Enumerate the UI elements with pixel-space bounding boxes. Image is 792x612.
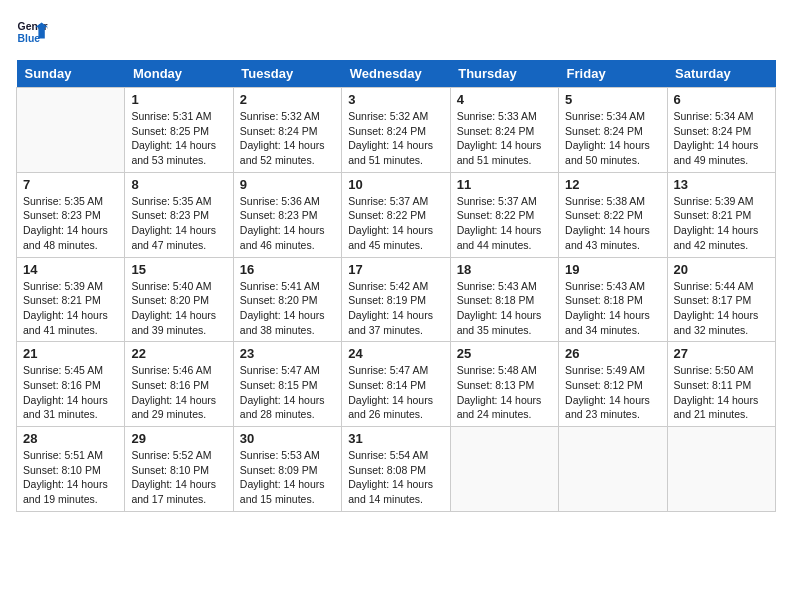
day-number: 25 [457,346,552,361]
calendar-cell: 29Sunrise: 5:52 AMSunset: 8:10 PMDayligh… [125,427,233,512]
day-info: Sunrise: 5:47 AMSunset: 8:15 PMDaylight:… [240,363,335,422]
calendar-cell: 22Sunrise: 5:46 AMSunset: 8:16 PMDayligh… [125,342,233,427]
day-info: Sunrise: 5:41 AMSunset: 8:20 PMDaylight:… [240,279,335,338]
day-number: 16 [240,262,335,277]
day-info: Sunrise: 5:35 AMSunset: 8:23 PMDaylight:… [23,194,118,253]
day-number: 20 [674,262,769,277]
day-number: 11 [457,177,552,192]
day-number: 3 [348,92,443,107]
weekday-header-friday: Friday [559,60,667,88]
calendar-cell: 20Sunrise: 5:44 AMSunset: 8:17 PMDayligh… [667,257,775,342]
calendar-cell: 11Sunrise: 5:37 AMSunset: 8:22 PMDayligh… [450,172,558,257]
weekday-header-saturday: Saturday [667,60,775,88]
calendar-cell: 2Sunrise: 5:32 AMSunset: 8:24 PMDaylight… [233,88,341,173]
weekday-header-sunday: Sunday [17,60,125,88]
day-number: 4 [457,92,552,107]
day-info: Sunrise: 5:33 AMSunset: 8:24 PMDaylight:… [457,109,552,168]
calendar-cell: 1Sunrise: 5:31 AMSunset: 8:25 PMDaylight… [125,88,233,173]
day-info: Sunrise: 5:32 AMSunset: 8:24 PMDaylight:… [240,109,335,168]
weekday-header-wednesday: Wednesday [342,60,450,88]
calendar-cell: 9Sunrise: 5:36 AMSunset: 8:23 PMDaylight… [233,172,341,257]
day-number: 24 [348,346,443,361]
calendar-cell: 24Sunrise: 5:47 AMSunset: 8:14 PMDayligh… [342,342,450,427]
day-number: 22 [131,346,226,361]
day-info: Sunrise: 5:51 AMSunset: 8:10 PMDaylight:… [23,448,118,507]
calendar-cell: 31Sunrise: 5:54 AMSunset: 8:08 PMDayligh… [342,427,450,512]
calendar-cell: 3Sunrise: 5:32 AMSunset: 8:24 PMDaylight… [342,88,450,173]
calendar-cell: 4Sunrise: 5:33 AMSunset: 8:24 PMDaylight… [450,88,558,173]
calendar-cell: 23Sunrise: 5:47 AMSunset: 8:15 PMDayligh… [233,342,341,427]
calendar-cell: 15Sunrise: 5:40 AMSunset: 8:20 PMDayligh… [125,257,233,342]
day-info: Sunrise: 5:46 AMSunset: 8:16 PMDaylight:… [131,363,226,422]
day-info: Sunrise: 5:37 AMSunset: 8:22 PMDaylight:… [457,194,552,253]
day-info: Sunrise: 5:47 AMSunset: 8:14 PMDaylight:… [348,363,443,422]
calendar-cell: 8Sunrise: 5:35 AMSunset: 8:23 PMDaylight… [125,172,233,257]
calendar-cell: 17Sunrise: 5:42 AMSunset: 8:19 PMDayligh… [342,257,450,342]
calendar-cell: 18Sunrise: 5:43 AMSunset: 8:18 PMDayligh… [450,257,558,342]
day-number: 10 [348,177,443,192]
day-info: Sunrise: 5:39 AMSunset: 8:21 PMDaylight:… [23,279,118,338]
day-info: Sunrise: 5:54 AMSunset: 8:08 PMDaylight:… [348,448,443,507]
day-info: Sunrise: 5:34 AMSunset: 8:24 PMDaylight:… [565,109,660,168]
day-number: 29 [131,431,226,446]
day-number: 9 [240,177,335,192]
day-info: Sunrise: 5:44 AMSunset: 8:17 PMDaylight:… [674,279,769,338]
day-number: 6 [674,92,769,107]
weekday-header-tuesday: Tuesday [233,60,341,88]
day-number: 17 [348,262,443,277]
day-info: Sunrise: 5:48 AMSunset: 8:13 PMDaylight:… [457,363,552,422]
day-number: 14 [23,262,118,277]
day-number: 5 [565,92,660,107]
day-number: 23 [240,346,335,361]
weekday-header-row: SundayMondayTuesdayWednesdayThursdayFrid… [17,60,776,88]
calendar-week-5: 28Sunrise: 5:51 AMSunset: 8:10 PMDayligh… [17,427,776,512]
day-number: 2 [240,92,335,107]
calendar-cell: 26Sunrise: 5:49 AMSunset: 8:12 PMDayligh… [559,342,667,427]
day-number: 18 [457,262,552,277]
day-number: 21 [23,346,118,361]
day-info: Sunrise: 5:53 AMSunset: 8:09 PMDaylight:… [240,448,335,507]
day-info: Sunrise: 5:43 AMSunset: 8:18 PMDaylight:… [565,279,660,338]
calendar-cell: 14Sunrise: 5:39 AMSunset: 8:21 PMDayligh… [17,257,125,342]
calendar-cell: 27Sunrise: 5:50 AMSunset: 8:11 PMDayligh… [667,342,775,427]
calendar-cell: 16Sunrise: 5:41 AMSunset: 8:20 PMDayligh… [233,257,341,342]
day-number: 31 [348,431,443,446]
day-info: Sunrise: 5:38 AMSunset: 8:22 PMDaylight:… [565,194,660,253]
day-number: 13 [674,177,769,192]
day-info: Sunrise: 5:42 AMSunset: 8:19 PMDaylight:… [348,279,443,338]
day-info: Sunrise: 5:49 AMSunset: 8:12 PMDaylight:… [565,363,660,422]
calendar-cell: 10Sunrise: 5:37 AMSunset: 8:22 PMDayligh… [342,172,450,257]
day-number: 8 [131,177,226,192]
day-info: Sunrise: 5:31 AMSunset: 8:25 PMDaylight:… [131,109,226,168]
day-info: Sunrise: 5:36 AMSunset: 8:23 PMDaylight:… [240,194,335,253]
calendar-cell: 13Sunrise: 5:39 AMSunset: 8:21 PMDayligh… [667,172,775,257]
logo-icon: General Blue [16,16,48,48]
day-info: Sunrise: 5:35 AMSunset: 8:23 PMDaylight:… [131,194,226,253]
day-number: 30 [240,431,335,446]
svg-text:Blue: Blue [18,33,41,44]
calendar-cell: 19Sunrise: 5:43 AMSunset: 8:18 PMDayligh… [559,257,667,342]
day-number: 19 [565,262,660,277]
day-info: Sunrise: 5:40 AMSunset: 8:20 PMDaylight:… [131,279,226,338]
day-number: 1 [131,92,226,107]
day-info: Sunrise: 5:37 AMSunset: 8:22 PMDaylight:… [348,194,443,253]
calendar-cell [667,427,775,512]
day-info: Sunrise: 5:32 AMSunset: 8:24 PMDaylight:… [348,109,443,168]
calendar-week-2: 7Sunrise: 5:35 AMSunset: 8:23 PMDaylight… [17,172,776,257]
calendar-table: SundayMondayTuesdayWednesdayThursdayFrid… [16,60,776,512]
day-info: Sunrise: 5:43 AMSunset: 8:18 PMDaylight:… [457,279,552,338]
day-number: 7 [23,177,118,192]
day-info: Sunrise: 5:50 AMSunset: 8:11 PMDaylight:… [674,363,769,422]
calendar-cell: 12Sunrise: 5:38 AMSunset: 8:22 PMDayligh… [559,172,667,257]
calendar-week-4: 21Sunrise: 5:45 AMSunset: 8:16 PMDayligh… [17,342,776,427]
page-header: General Blue [16,16,776,48]
day-number: 28 [23,431,118,446]
day-info: Sunrise: 5:34 AMSunset: 8:24 PMDaylight:… [674,109,769,168]
day-number: 15 [131,262,226,277]
calendar-body: 1Sunrise: 5:31 AMSunset: 8:25 PMDaylight… [17,88,776,512]
day-info: Sunrise: 5:52 AMSunset: 8:10 PMDaylight:… [131,448,226,507]
calendar-cell [559,427,667,512]
calendar-week-3: 14Sunrise: 5:39 AMSunset: 8:21 PMDayligh… [17,257,776,342]
day-info: Sunrise: 5:45 AMSunset: 8:16 PMDaylight:… [23,363,118,422]
calendar-cell: 25Sunrise: 5:48 AMSunset: 8:13 PMDayligh… [450,342,558,427]
